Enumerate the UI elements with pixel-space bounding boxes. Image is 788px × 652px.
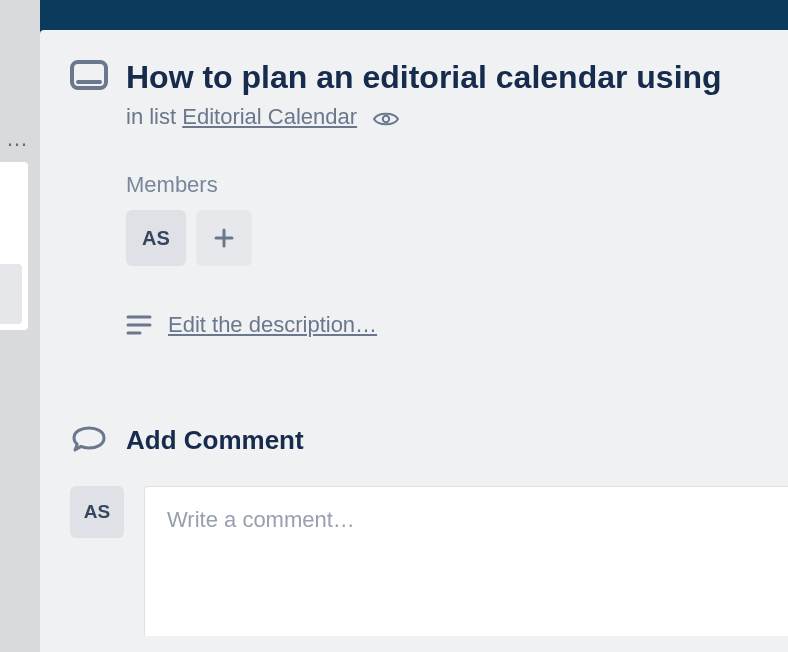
in-list-prefix: in list [126,104,176,129]
description-icon [126,314,152,336]
card-icon [70,60,108,90]
add-member-button[interactable] [196,210,252,266]
card-modal: How to plan an editorial calendar using … [40,30,788,652]
comment-icon [70,426,108,456]
add-comment-header: Add Comment [126,425,304,456]
plus-icon [212,226,236,250]
card-title[interactable]: How to plan an editorial calendar using [126,58,788,96]
background-board-strip: … [0,0,40,652]
background-chip-fragment [0,264,22,324]
watch-icon[interactable] [373,110,399,128]
current-user-avatar[interactable]: AS [70,486,124,538]
members-row: AS [126,210,788,266]
ellipsis-text: … [6,128,28,150]
comment-input[interactable] [167,507,766,559]
comment-box[interactable] [144,486,788,636]
svg-point-2 [383,115,389,121]
list-name-link[interactable]: Editorial Calendar [182,104,357,129]
members-label: Members [126,172,788,198]
edit-description-link[interactable]: Edit the description… [168,312,377,338]
member-avatar[interactable]: AS [126,210,186,266]
svg-rect-0 [72,62,106,88]
card-list-location: in list Editorial Calendar [126,104,788,130]
